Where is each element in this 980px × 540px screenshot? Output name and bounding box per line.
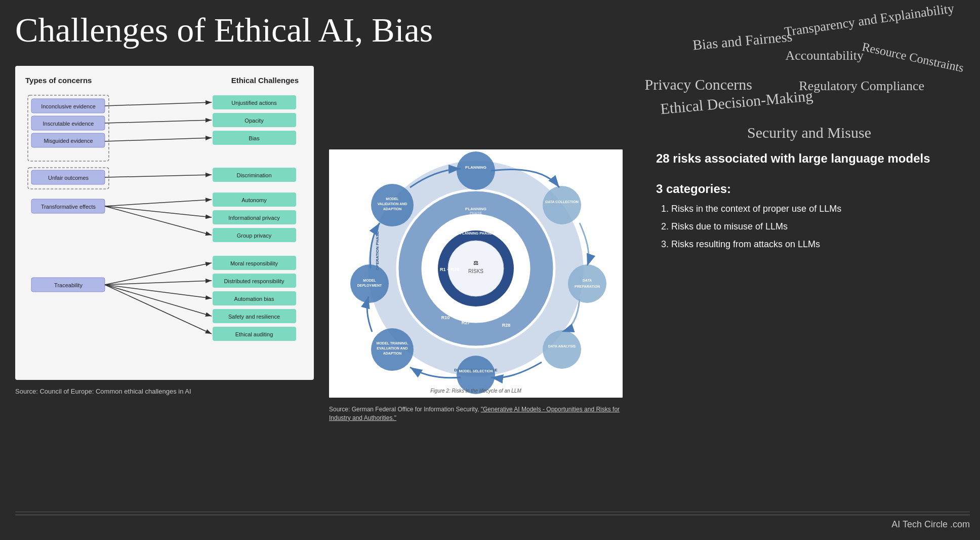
svg-text:R26: R26	[518, 275, 527, 280]
svg-text:PLANNING PHASE: PLANNING PHASE	[460, 232, 492, 235]
category-item-2: Risks due to misuse of LLMs	[671, 220, 970, 234]
svg-line-40	[105, 138, 212, 141]
svg-line-39	[105, 120, 212, 123]
svg-text:Unjustified actions: Unjustified actions	[231, 100, 277, 106]
category-item-1: Risks in the context of proper use of LL…	[671, 202, 970, 216]
svg-text:R9: R9	[514, 244, 520, 249]
svg-text:R28: R28	[502, 323, 511, 328]
col2-title: Ethical Challenges	[231, 76, 299, 85]
wc-security: Security and Misuse	[747, 124, 871, 141]
svg-text:DATA ANALYSIS: DATA ANALYSIS	[548, 344, 576, 348]
svg-text:PLANNING: PLANNING	[465, 207, 486, 211]
col1-title: Types of concerns	[25, 76, 92, 85]
svg-text:MODEL: MODEL	[386, 197, 399, 201]
categories-list: Risks in the context of proper use of LL…	[671, 202, 970, 251]
svg-text:PLANNING: PLANNING	[465, 165, 486, 170]
source-left: Source: Council of Europe: Common ethica…	[15, 388, 191, 395]
svg-text:Group privacy: Group privacy	[237, 233, 272, 239]
svg-text:Transformative effects: Transformative effects	[41, 204, 96, 210]
svg-point-71	[457, 151, 495, 190]
word-cloud: Transparency and Explainability Bias and…	[616, 5, 970, 157]
svg-text:Bias: Bias	[249, 135, 260, 141]
svg-text:PHASE: PHASE	[470, 211, 482, 215]
svg-line-41	[105, 175, 212, 177]
svg-text:Misguided evidence: Misguided evidence	[44, 138, 93, 144]
svg-text:Informational privacy: Informational privacy	[228, 215, 280, 221]
svg-text:Unfair outcomes: Unfair outcomes	[48, 175, 89, 181]
wc-privacy: Privacy Concerns	[645, 76, 752, 93]
svg-point-78	[543, 330, 581, 369]
svg-text:OPERATION PHASE: OPERATION PHASE	[375, 231, 380, 270]
svg-line-42	[105, 200, 212, 206]
svg-text:R10: R10	[441, 315, 450, 320]
bottom-bar: AI Tech Circle .com	[15, 515, 970, 530]
svg-text:Ethical auditing: Ethical auditing	[235, 331, 273, 337]
svg-text:DEPLOYMENT: DEPLOYMENT	[357, 284, 382, 287]
diagram-svg: Inconclusive evidence Inscrutable eviden…	[25, 93, 304, 366]
svg-text:MODEL SELECTION: MODEL SELECTION	[459, 369, 493, 373]
svg-text:Discrimination: Discrimination	[236, 172, 271, 178]
svg-text:Figure 2: Risks in the lifecyc: Figure 2: Risks in the lifecycle of an L…	[430, 388, 521, 394]
svg-text:Traceability: Traceability	[54, 282, 83, 288]
svg-text:Autonomy: Autonomy	[241, 197, 267, 203]
middle-source: Source: German Federal Office for Inform…	[329, 405, 623, 422]
svg-text:MODEL: MODEL	[363, 279, 376, 282]
right-panel: 28 risks associated with large language …	[656, 149, 970, 255]
wc-accountability: Accountability	[785, 48, 864, 63]
svg-text:R27: R27	[462, 320, 470, 325]
svg-line-48	[105, 285, 212, 316]
categories-title: 3 categories:	[656, 180, 970, 198]
svg-text:EVALUATION AND: EVALUATION AND	[377, 346, 407, 350]
svg-text:Inscrutable evidence: Inscrutable evidence	[43, 121, 94, 127]
llm-lifecycle-svg: ⚖ RISKS PLANNING PHASE PLANNING PHASE R1…	[329, 149, 623, 398]
svg-text:Moral responsibility: Moral responsibility	[230, 260, 278, 266]
wc-transparency: Transparency and Explainability	[783, 1, 955, 40]
svg-text:PREPARATION: PREPARATION	[575, 285, 600, 288]
brand-text: AI Tech Circle .com	[891, 519, 970, 530]
svg-text:ADAPTION: ADAPTION	[383, 352, 402, 355]
svg-text:R28: R28	[505, 305, 513, 310]
svg-text:Opacity: Opacity	[244, 118, 264, 124]
svg-line-49	[105, 285, 212, 334]
risks-heading: 28 risks associated with large language …	[656, 149, 970, 168]
svg-point-73	[543, 186, 581, 224]
category-item-3: Risks resulting from attacks on LLMs	[671, 238, 970, 251]
svg-line-44	[105, 206, 212, 235]
svg-text:R1 – R28: R1 – R28	[440, 267, 459, 272]
svg-text:ADAPTION: ADAPTION	[383, 207, 402, 211]
svg-text:⚖: ⚖	[473, 260, 478, 266]
middle-diagram-panel: ⚖ RISKS PLANNING PHASE PLANNING PHASE R1…	[329, 149, 623, 398]
svg-text:R9: R9	[432, 290, 438, 295]
svg-text:RISKS: RISKS	[468, 268, 483, 274]
left-diagram-panel: Types of concerns Ethical Challenges Inc…	[15, 66, 314, 380]
svg-text:DATA: DATA	[583, 279, 592, 282]
wc-bias: Bias and Fairness	[692, 28, 793, 53]
svg-line-43	[105, 206, 212, 217]
svg-text:Automation bias: Automation bias	[234, 296, 274, 302]
svg-line-47	[105, 285, 212, 298]
svg-point-75	[568, 264, 606, 303]
svg-text:MODEL TRAINING,: MODEL TRAINING,	[377, 341, 409, 345]
svg-text:DATA COLLECTION: DATA COLLECTION	[545, 200, 579, 204]
svg-line-38	[105, 102, 212, 106]
svg-text:VALIDATION AND: VALIDATION AND	[378, 202, 407, 206]
svg-text:Safety and resilience: Safety and resilience	[228, 314, 280, 320]
wc-resource: Resource Constraints	[861, 40, 965, 75]
page-title: Challenges of Ethical AI, Bias	[15, 10, 433, 50]
wc-regulatory: Regulatory Compliance	[799, 79, 924, 94]
svg-text:Inconclusive evidence: Inconclusive evidence	[41, 103, 96, 109]
svg-text:Distributed responsibility: Distributed responsibility	[224, 278, 284, 284]
source-middle-plain: Source: German Federal Office for Inform…	[329, 406, 479, 413]
divider-line	[15, 512, 970, 512]
